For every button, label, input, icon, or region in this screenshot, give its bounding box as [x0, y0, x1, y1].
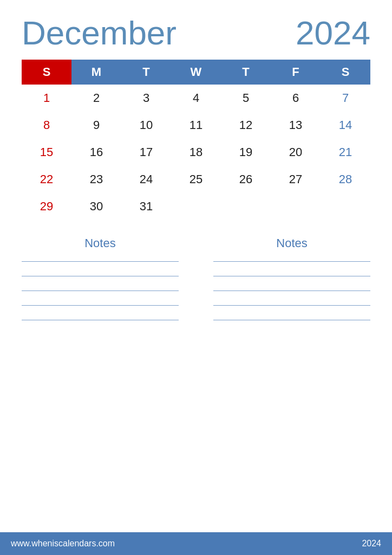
footer-website: www.wheniscalendars.com — [11, 539, 115, 548]
day-30: 30 — [71, 193, 121, 220]
notes-line-left-4 — [22, 305, 179, 306]
calendar-header: December 2024 — [22, 16, 370, 50]
day-25: 25 — [171, 166, 221, 193]
header-friday: F — [271, 60, 321, 85]
notes-left-lines — [22, 261, 179, 320]
day-3: 3 — [121, 85, 171, 112]
day-9: 9 — [71, 112, 121, 139]
day-19: 19 — [221, 139, 271, 166]
notes-line-right-4 — [213, 305, 370, 306]
day-headers-row: S M T W T F S — [22, 60, 370, 85]
day-5: 5 — [221, 85, 271, 112]
notes-line-left-5 — [22, 320, 179, 320]
day-21: 21 — [321, 139, 370, 166]
day-6: 6 — [271, 85, 321, 112]
day-8: 8 — [22, 112, 71, 139]
header-wednesday: W — [171, 60, 221, 85]
notes-right-lines — [213, 261, 370, 320]
day-empty-4 — [321, 193, 370, 220]
notes-left-title: Notes — [22, 236, 179, 250]
day-20: 20 — [271, 139, 321, 166]
day-empty-1 — [171, 193, 221, 220]
day-11: 11 — [171, 112, 221, 139]
day-empty-2 — [221, 193, 271, 220]
week-row-5: 29 30 31 — [22, 193, 370, 220]
week-row-4: 22 23 24 25 26 27 28 — [22, 166, 370, 193]
header-sunday: S — [22, 60, 71, 85]
header-thursday: T — [221, 60, 271, 85]
notes-left: Notes — [22, 236, 179, 522]
day-4: 4 — [171, 85, 221, 112]
header-monday: M — [71, 60, 121, 85]
day-2: 2 — [71, 85, 121, 112]
notes-line-left-3 — [22, 291, 179, 291]
footer-year: 2024 — [362, 539, 381, 548]
day-1: 1 — [22, 85, 71, 112]
day-26: 26 — [221, 166, 271, 193]
week-row-1: 1 2 3 4 5 6 7 — [22, 85, 370, 112]
week-row-2: 8 9 10 11 12 13 14 — [22, 112, 370, 139]
day-17: 17 — [121, 139, 171, 166]
page: December 2024 S M T W T F S 1 2 3 4 5 6 — [0, 0, 392, 555]
day-7: 7 — [321, 85, 370, 112]
month-title: December — [22, 16, 177, 50]
day-12: 12 — [221, 112, 271, 139]
calendar-grid: S M T W T F S 1 2 3 4 5 6 7 8 — [22, 60, 370, 220]
notes-line-right-2 — [213, 276, 370, 276]
day-13: 13 — [271, 112, 321, 139]
day-14: 14 — [321, 112, 370, 139]
day-24: 24 — [121, 166, 171, 193]
day-23: 23 — [71, 166, 121, 193]
day-18: 18 — [171, 139, 221, 166]
header-tuesday: T — [121, 60, 171, 85]
notes-line-right-1 — [213, 261, 370, 262]
notes-right: Notes — [213, 236, 370, 522]
notes-line-right-5 — [213, 320, 370, 320]
day-22: 22 — [22, 166, 71, 193]
notes-section: Notes Notes — [22, 236, 370, 555]
header-saturday: S — [321, 60, 370, 85]
day-27: 27 — [271, 166, 321, 193]
day-10: 10 — [121, 112, 171, 139]
notes-line-left-2 — [22, 276, 179, 276]
day-31: 31 — [121, 193, 171, 220]
day-16: 16 — [71, 139, 121, 166]
notes-line-right-3 — [213, 291, 370, 291]
year-title: 2024 — [296, 16, 370, 50]
week-row-3: 15 16 17 18 19 20 21 — [22, 139, 370, 166]
day-empty-3 — [271, 193, 321, 220]
day-15: 15 — [22, 139, 71, 166]
footer: www.wheniscalendars.com 2024 — [0, 532, 392, 555]
notes-line-left-1 — [22, 261, 179, 262]
notes-right-title: Notes — [213, 236, 370, 250]
day-28: 28 — [321, 166, 370, 193]
day-29: 29 — [22, 193, 71, 220]
